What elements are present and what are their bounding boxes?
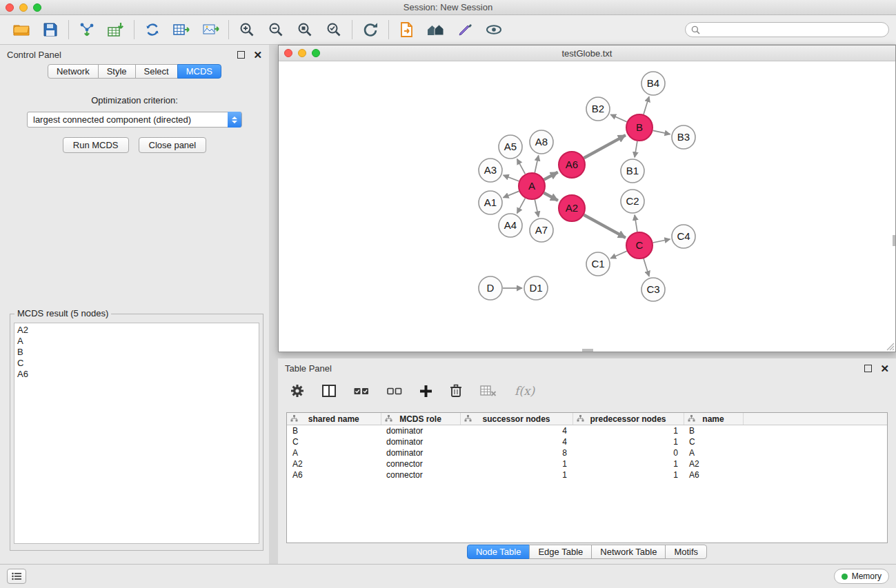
node-A7[interactable]: A7 <box>530 219 553 242</box>
node-A2[interactable]: A2 <box>559 195 585 221</box>
select-all-button[interactable] <box>354 387 369 396</box>
node-A4[interactable]: A4 <box>499 214 522 237</box>
node-B3[interactable]: B3 <box>672 125 695 149</box>
cell-successor-nodes[interactable]: 4 <box>460 436 573 447</box>
cell-predecessor-nodes[interactable]: 1 <box>573 469 684 480</box>
tab-style[interactable]: Style <box>98 64 136 79</box>
cell-shared-name[interactable]: A2 <box>287 458 381 469</box>
deselect-all-button[interactable] <box>387 387 402 396</box>
cell-successor-nodes[interactable]: 1 <box>460 458 573 469</box>
node-B4[interactable]: B4 <box>641 72 665 95</box>
cell-MCDS-role[interactable]: dominator <box>381 436 460 447</box>
export-table-button[interactable] <box>167 17 196 42</box>
mcds-result-list[interactable]: A2ABCA6 <box>14 323 259 544</box>
zoom-network-window-button[interactable] <box>312 49 320 57</box>
network-canvas[interactable]: B4B2BB3A5A8A6A3AB1A1A2C2A4A7C4CC1DD1C3 <box>279 61 895 352</box>
cell-MCDS-role[interactable]: dominator <box>381 447 460 458</box>
column-header-predecessor-nodes[interactable]: predecessor nodes <box>573 413 684 425</box>
close-panel-button[interactable]: Close panel <box>139 137 207 153</box>
column-header-successor-nodes[interactable]: successor nodes <box>460 413 573 425</box>
zoom-window-button[interactable] <box>33 3 41 12</box>
column-header-MCDS-role[interactable]: MCDS role <box>381 413 460 425</box>
column-header-shared-name[interactable]: shared name <box>287 413 381 425</box>
cell-shared-name[interactable]: A6 <box>287 469 381 480</box>
mcds-result-item[interactable]: C <box>17 358 256 369</box>
import-table-button[interactable] <box>101 17 130 42</box>
node-C2[interactable]: C2 <box>621 190 644 213</box>
minimize-network-window-button[interactable] <box>298 49 306 57</box>
cell-successor-nodes[interactable]: 8 <box>460 447 573 458</box>
node-A8[interactable]: A8 <box>530 130 553 154</box>
cell-shared-name[interactable]: C <box>287 436 381 447</box>
edge-A-A3[interactable] <box>504 175 519 181</box>
zoom-out-button[interactable] <box>261 17 290 42</box>
table-row[interactable]: Adominator80A <box>287 447 887 458</box>
cell-MCDS-role[interactable]: connector <box>381 458 460 469</box>
home-view-button[interactable] <box>421 17 450 42</box>
node-B2[interactable]: B2 <box>586 97 610 121</box>
tab-edge-table[interactable]: Edge Table <box>529 545 592 559</box>
cell-name[interactable]: C <box>684 436 743 447</box>
node-A[interactable]: A <box>519 173 545 199</box>
node-B[interactable]: B <box>626 114 653 141</box>
edge-B-B3[interactable] <box>653 130 670 134</box>
node-D1[interactable]: D1 <box>524 276 548 300</box>
delete-column-button[interactable] <box>450 384 462 398</box>
node-A1[interactable]: A1 <box>479 191 502 214</box>
cell-shared-name[interactable]: B <box>287 425 381 437</box>
import-network-button[interactable] <box>72 17 101 42</box>
run-mcds-button[interactable]: Run MCDS <box>63 137 129 153</box>
current-document-button[interactable] <box>392 17 421 42</box>
memory-button[interactable]: Memory <box>834 569 889 584</box>
edge-B-B4[interactable] <box>644 97 649 114</box>
edge-C-C4[interactable] <box>653 239 670 243</box>
tab-mcds[interactable]: MCDS <box>177 64 221 79</box>
tab-node-table[interactable]: Node Table <box>467 545 530 559</box>
edge-A-A7[interactable] <box>535 200 538 217</box>
cell-successor-nodes[interactable]: 1 <box>460 469 573 480</box>
edge-A-A1[interactable] <box>504 191 519 197</box>
cell-predecessor-nodes[interactable]: 1 <box>573 458 684 469</box>
cell-predecessor-nodes[interactable]: 1 <box>573 425 684 437</box>
tab-network-table[interactable]: Network Table <box>591 545 666 559</box>
function-builder-button[interactable]: f(x) <box>515 384 535 398</box>
close-table-panel-icon[interactable]: ✕ <box>880 363 889 374</box>
delete-table-button[interactable] <box>480 385 497 397</box>
node-B1[interactable]: B1 <box>621 159 644 183</box>
vertical-scroll-mark[interactable] <box>893 235 895 246</box>
edge-A-A2[interactable] <box>544 193 558 201</box>
cell-MCDS-role[interactable]: connector <box>381 469 460 480</box>
edge-A-A8[interactable] <box>535 156 538 173</box>
node-C3[interactable]: C3 <box>641 278 665 301</box>
mcds-result-item[interactable]: B <box>17 347 256 358</box>
show-graphics-details-button[interactable] <box>479 17 508 42</box>
mcds-result-item[interactable]: A6 <box>17 369 256 380</box>
edge-C-C1[interactable] <box>610 251 627 258</box>
cell-shared-name[interactable]: A <box>287 447 381 458</box>
float-panel-icon[interactable] <box>237 51 245 59</box>
cell-successor-nodes[interactable]: 4 <box>460 425 573 437</box>
cell-name[interactable]: B <box>684 425 743 437</box>
close-window-button[interactable] <box>6 3 14 12</box>
edge-C-C3[interactable] <box>644 258 649 276</box>
export-image-button[interactable] <box>196 17 225 42</box>
table-row[interactable]: Cdominator41C <box>287 436 887 447</box>
close-network-window-button[interactable] <box>284 49 292 57</box>
search-input[interactable] <box>704 24 883 36</box>
add-column-button[interactable] <box>420 385 432 397</box>
node-C4[interactable]: C4 <box>672 225 695 248</box>
table-row[interactable]: A6connector11A6 <box>287 469 887 480</box>
cell-name[interactable]: A6 <box>684 469 743 480</box>
mcds-result-item[interactable]: A <box>17 336 256 347</box>
criterion-dropdown[interactable]: largest connected component (directed) <box>27 112 242 128</box>
node-A6[interactable]: A6 <box>559 152 585 178</box>
cell-predecessor-nodes[interactable]: 0 <box>573 447 684 458</box>
edge-B-B2[interactable] <box>610 114 627 122</box>
save-session-button[interactable] <box>36 17 65 42</box>
cell-predecessor-nodes[interactable]: 1 <box>573 436 684 447</box>
task-history-button[interactable] <box>7 569 26 584</box>
column-header-name[interactable]: name <box>684 413 743 425</box>
node-A5[interactable]: A5 <box>499 135 522 159</box>
node-C1[interactable]: C1 <box>586 252 610 276</box>
show-columns-button[interactable] <box>322 385 336 397</box>
